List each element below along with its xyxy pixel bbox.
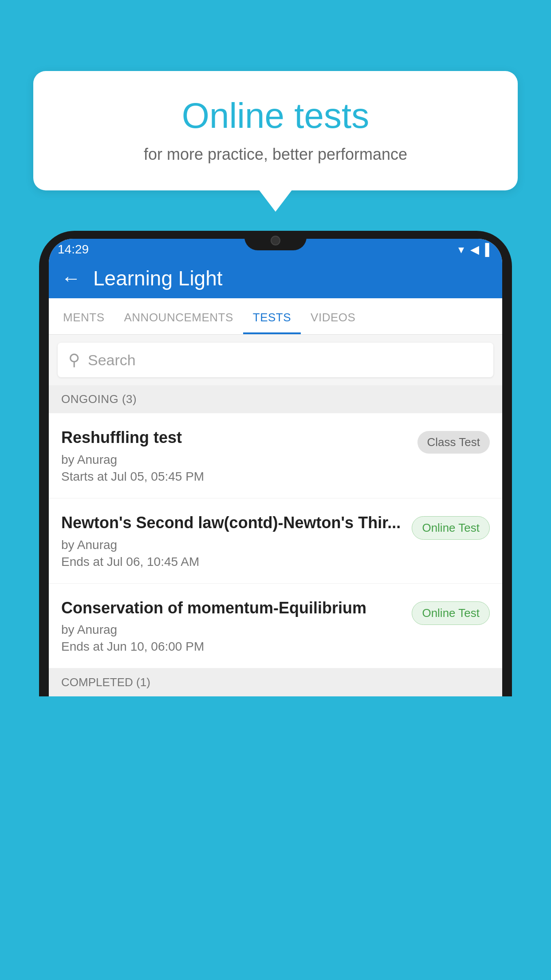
tabs-bar: MENTS ANNOUNCEMENTS TESTS VIDEOS — [49, 298, 502, 335]
battery-icon: ▌ — [485, 243, 493, 257]
phone-frame: 14:29 ▾ ◀ ▌ ← Learning Light MENTS ANNOU… — [39, 231, 512, 980]
test-date: Ends at Jun 10, 06:00 PM — [61, 640, 403, 654]
completed-section-header: COMPLETED (1) — [49, 668, 502, 696]
search-bar[interactable]: ⚲ Search — [58, 343, 493, 377]
search-container: ⚲ Search — [49, 335, 502, 385]
test-item[interactable]: Newton's Second law(contd)-Newton's Thir… — [49, 498, 502, 584]
test-badge: Class Test — [417, 431, 490, 454]
phone-outer: 14:29 ▾ ◀ ▌ ← Learning Light MENTS ANNOU… — [39, 231, 512, 696]
tab-announcements[interactable]: ANNOUNCEMENTS — [114, 298, 243, 334]
test-date: Starts at Jul 05, 05:45 PM — [61, 470, 409, 484]
phone-screen: 14:29 ▾ ◀ ▌ ← Learning Light MENTS ANNOU… — [49, 239, 502, 696]
wifi-icon: ▾ — [458, 243, 464, 257]
tab-ments[interactable]: MENTS — [53, 298, 114, 334]
bubble-subtitle: for more practice, better performance — [60, 145, 491, 164]
status-time: 14:29 — [58, 242, 89, 257]
test-author: by Anurag — [61, 538, 403, 552]
search-input[interactable]: Search — [88, 352, 136, 369]
test-badge: Online Test — [412, 516, 490, 540]
test-name: Conservation of momentum-Equilibrium — [61, 598, 403, 619]
phone-notch — [244, 231, 307, 250]
tab-tests[interactable]: TESTS — [243, 298, 301, 334]
status-icons: ▾ ◀ ▌ — [458, 243, 493, 257]
test-item[interactable]: Reshuffling test by Anurag Starts at Jul… — [49, 413, 502, 498]
test-name: Newton's Second law(contd)-Newton's Thir… — [61, 513, 403, 533]
test-date: Ends at Jul 06, 10:45 AM — [61, 555, 403, 569]
camera-icon — [271, 236, 280, 245]
test-author: by Anurag — [61, 623, 403, 637]
test-info: Reshuffling test by Anurag Starts at Jul… — [61, 427, 417, 484]
back-button[interactable]: ← — [61, 267, 81, 289]
app-header: ← Learning Light — [49, 257, 502, 298]
speech-bubble: Online tests for more practice, better p… — [33, 71, 518, 190]
test-name: Reshuffling test — [61, 427, 409, 448]
test-item[interactable]: Conservation of momentum-Equilibrium by … — [49, 584, 502, 669]
test-author: by Anurag — [61, 453, 409, 467]
test-info: Conservation of momentum-Equilibrium by … — [61, 598, 412, 654]
search-icon: ⚲ — [68, 351, 80, 369]
signal-icon: ◀ — [470, 243, 479, 257]
bubble-title: Online tests — [60, 95, 491, 136]
app-title: Learning Light — [93, 266, 223, 290]
ongoing-section-header: ONGOING (3) — [49, 385, 502, 413]
test-info: Newton's Second law(contd)-Newton's Thir… — [61, 513, 412, 569]
test-list: Reshuffling test by Anurag Starts at Jul… — [49, 413, 502, 668]
test-badge: Online Test — [412, 601, 490, 625]
tab-videos[interactable]: VIDEOS — [301, 298, 365, 334]
